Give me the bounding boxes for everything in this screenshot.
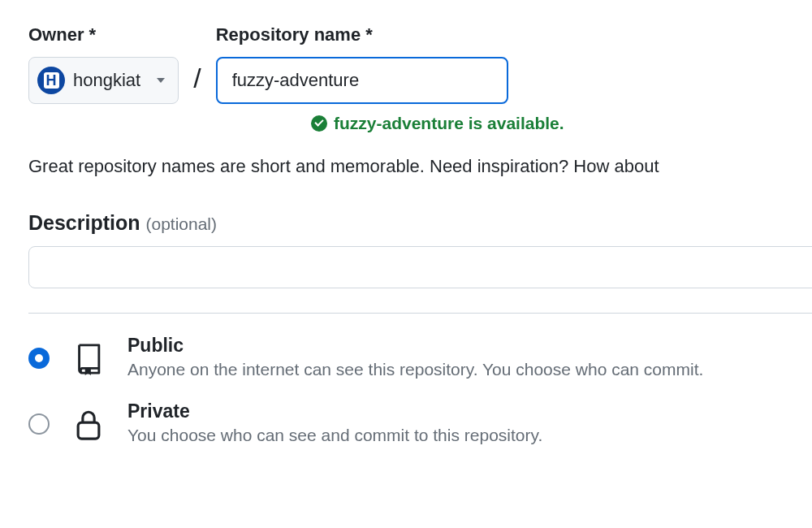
private-desc: You choose who can see and commit to thi… [127, 426, 812, 445]
public-title: Public [127, 335, 812, 357]
description-input[interactable] [28, 246, 812, 288]
check-circle-icon [311, 115, 327, 132]
owner-field: Owner * H hongkiat [28, 24, 179, 104]
repo-icon [74, 343, 103, 375]
owner-label: Owner * [28, 24, 179, 45]
slash-separator: / [193, 63, 201, 104]
visibility-public-option[interactable]: Public Anyone on the internet can see th… [28, 335, 812, 379]
optional-tag: (optional) [145, 214, 217, 233]
public-text: Public Anyone on the internet can see th… [127, 335, 812, 379]
section-divider [28, 313, 812, 314]
public-desc: Anyone on the internet can see this repo… [127, 360, 812, 379]
repository-name-input[interactable] [216, 57, 508, 104]
svg-rect-0 [78, 422, 99, 439]
repo-name-label: Repository name * [216, 24, 508, 45]
chevron-down-icon [157, 78, 165, 83]
owner-avatar-icon: H [37, 67, 65, 94]
visibility-private-option[interactable]: Private You choose who can see and commi… [28, 400, 812, 445]
naming-hint: Great repository names are short and mem… [28, 156, 812, 177]
public-radio[interactable] [28, 348, 50, 369]
owner-select[interactable]: H hongkiat [28, 57, 179, 104]
repo-name-field: Repository name * [216, 24, 508, 104]
lock-icon [74, 409, 103, 441]
private-radio[interactable] [28, 413, 50, 435]
private-title: Private [127, 400, 812, 422]
description-label: Description (optional) [28, 211, 812, 235]
private-text: Private You choose who can see and commi… [127, 400, 812, 445]
owner-repo-row: Owner * H hongkiat / Repository name * [28, 24, 812, 104]
availability-text: fuzzy-adventure is available. [334, 114, 564, 133]
owner-name: hongkiat [73, 70, 140, 91]
availability-message: fuzzy-adventure is available. [311, 114, 812, 133]
